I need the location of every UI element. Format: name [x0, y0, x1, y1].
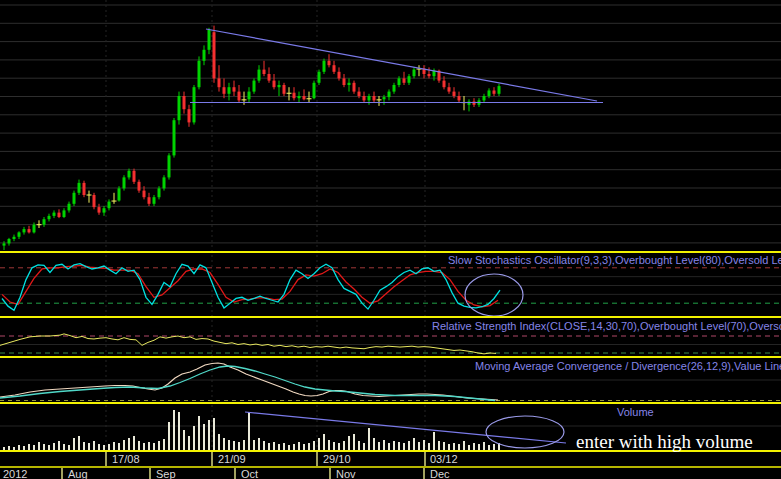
axis-year-label: 2012: [3, 468, 27, 479]
axis-month-label: Sep: [156, 468, 176, 479]
macd-lines: [0, 363, 498, 401]
volume-panel-label: Volume: [617, 406, 654, 418]
rsi-panel-label: Relative Strength Index(CLOSE,14,30,70),…: [432, 320, 781, 332]
axis-month-label: Aug: [68, 468, 88, 479]
stochastic-panel-label: Slow Stochastics Oscillator(9,3,3),Overb…: [448, 254, 781, 266]
axis-date-label: 29/10: [323, 453, 351, 465]
entry-text-annotation: enter with high volume: [576, 431, 753, 453]
axis-date-label: 03/12: [430, 453, 458, 465]
axis-date-label: 17/08: [112, 453, 140, 465]
macd-panel-label: Moving Average Convergence / Divergence(…: [475, 360, 781, 372]
indicator-level-lines: [0, 268, 781, 401]
triangle-trendlines: [190, 29, 603, 103]
axis-month-label: Dec: [430, 468, 450, 479]
volume-bars: [4, 410, 566, 450]
axis-month-label: Oct: [241, 468, 258, 479]
rsi-line: [0, 334, 496, 354]
axis-date-label: 21/09: [218, 453, 246, 465]
axis-month-label: Nov: [336, 468, 356, 479]
x-axis-month-row: 2012AugSepOctNovDec: [0, 468, 781, 479]
gridlines: [0, 0, 781, 451]
candlestick-series: [3, 26, 501, 250]
charting-application-window: Slow Stochastics Oscillator(9,3,3),Overb…: [0, 0, 781, 479]
chart-canvas[interactable]: [0, 0, 781, 479]
x-axis-week-row: 17/0821/0929/1003/12: [0, 453, 781, 467]
